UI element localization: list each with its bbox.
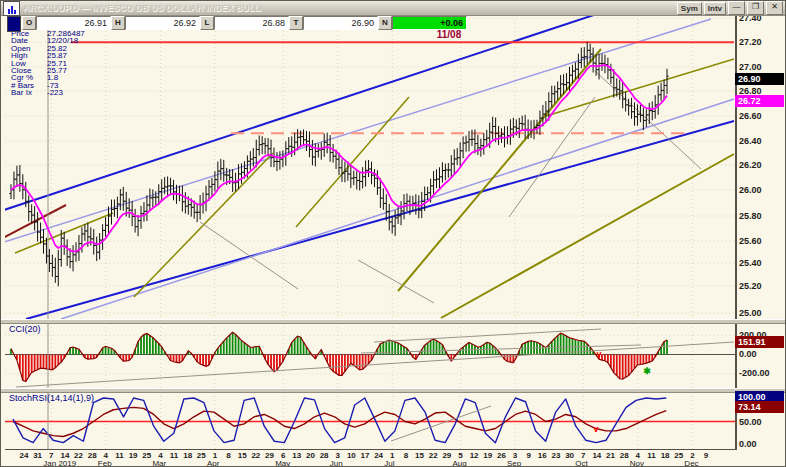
month-label: Nov	[630, 459, 644, 467]
measure-info-panel: Price27.286487Date12/20/18Open25.82High2…	[11, 30, 85, 97]
cci-marker: ✱	[643, 366, 651, 376]
symbol-color-chip	[7, 16, 21, 32]
chart-app-icon	[3, 1, 20, 16]
date-tick-label: 29	[265, 451, 274, 460]
date-tick-label: 23	[552, 451, 561, 460]
interval-button[interactable]: Intv	[704, 2, 726, 15]
month-label: Oct	[575, 459, 587, 467]
date-tick-label: 28	[620, 451, 629, 460]
price-chart[interactable]: 11/08	[5, 15, 735, 320]
date-tick-label: 19	[129, 451, 138, 460]
axis-tick-label: 25.80	[739, 211, 762, 221]
trendline	[5, 19, 711, 243]
axis-value-badge: 73.14	[735, 401, 784, 413]
window-title: ARCX:UUP,D — INVESCO DB US DOLLAR INDEX …	[23, 3, 262, 13]
trendline	[134, 153, 273, 297]
date-tick-label: 11	[115, 451, 123, 460]
quote-label-h: H	[111, 16, 125, 30]
date-tick-label: 16	[538, 451, 547, 460]
month-label: Mar	[152, 459, 166, 467]
date-tick-label: 19	[483, 451, 492, 460]
month-label: Feb	[98, 459, 112, 467]
panel-divider[interactable]	[1, 388, 786, 393]
month-label: Sep	[507, 459, 521, 467]
quote-value-h[interactable]: 26.92	[125, 16, 200, 30]
date-tick-label: 25	[674, 451, 683, 460]
date-tick-label: 22	[429, 451, 438, 460]
month-label: Apr	[207, 459, 219, 467]
trendline	[441, 154, 734, 318]
date-tick-label: 8	[226, 451, 230, 460]
date-tick-label: 25	[142, 451, 151, 460]
trendline	[358, 260, 434, 303]
date-tick-label: 8	[404, 451, 408, 460]
axis-tick-label: 26.60	[739, 111, 762, 121]
chart-window: ARCX:UUP,D — INVESCO DB US DOLLAR INDEX …	[0, 0, 786, 467]
axis-tick-label: 0.00	[739, 439, 757, 449]
minimize-button[interactable]: —	[728, 1, 745, 15]
axis-tick-label: -200.00	[739, 368, 770, 378]
date-tick-label: 11	[647, 451, 655, 460]
info-row: Bar Ix-223	[11, 89, 85, 96]
date-tick-label: 22	[251, 451, 260, 460]
axis-tick-label: 26.00	[739, 185, 762, 195]
quote-label-t: T	[289, 16, 303, 30]
date-tick-label: 15	[238, 451, 247, 460]
trendline	[391, 406, 491, 441]
price-axis[interactable]: 27.4027.2027.0026.8026.6026.4026.2026.00…	[737, 1, 786, 467]
axis-tick-label: 0.00	[739, 349, 757, 359]
date-tick-label: 18	[183, 451, 192, 460]
axis-tick-label: 26.20	[739, 160, 762, 170]
axis-tick-label: 25.00	[739, 308, 762, 318]
axis-tick-label: 25.20	[739, 281, 762, 291]
trendline	[5, 15, 621, 211]
month-label: Aug	[452, 459, 466, 467]
date-tick-label: 30	[565, 451, 574, 460]
quote-value-n[interactable]: +0.06	[392, 16, 467, 30]
month-label: Dec	[684, 459, 698, 467]
date-tick-label: 15	[415, 451, 424, 460]
date-tick-label: 14	[592, 451, 601, 460]
trendlines	[5, 15, 734, 319]
axis-tick-label: 25.40	[739, 258, 762, 268]
axis-value-badge: 151.91	[735, 336, 784, 348]
date-tick-label: 12	[470, 451, 479, 460]
panel-divider[interactable]	[1, 319, 786, 324]
date-tick-label: 24	[20, 451, 29, 460]
cci-panel[interactable]: v✱	[5, 323, 735, 389]
date-tick-label: 10	[347, 451, 356, 460]
close-button[interactable]: ✕	[766, 1, 783, 15]
date-tick-label: 26	[497, 451, 506, 460]
date-tick-label: 18	[661, 451, 670, 460]
month-label: May	[275, 459, 290, 467]
maximize-button[interactable]: ❐	[747, 1, 764, 15]
date-tick-label: 28	[88, 451, 97, 460]
month-label: Jun	[330, 459, 343, 467]
quote-value-l[interactable]: 26.88	[214, 16, 289, 30]
cci-marker: v	[596, 349, 601, 359]
date-tick-label: 31	[33, 451, 42, 460]
date-tick-label: 17	[361, 451, 370, 460]
axis-tick-label: 27.20	[739, 37, 762, 47]
quote-label-n: N	[378, 16, 392, 30]
quote-value-t[interactable]: 26.90	[303, 16, 378, 30]
quote-bar: O26.91H26.92L26.88T26.90N+0.06	[7, 16, 467, 30]
date-tick-label: 25	[197, 451, 206, 460]
price-bars	[9, 42, 668, 286]
symbol-button[interactable]: Sym	[677, 2, 702, 15]
date-tick-label: 24	[374, 451, 383, 460]
stoch-marker: v	[593, 424, 598, 434]
title-bar[interactable]: ARCX:UUP,D — INVESCO DB US DOLLAR INDEX …	[1, 1, 785, 16]
quote-label-l: L	[200, 16, 214, 30]
date-tick-label: 20	[306, 451, 315, 460]
stochrsi-label: StochRSI(14,14(1),9)	[9, 393, 94, 403]
stochrsi-panel[interactable]: v	[5, 392, 735, 449]
axis-tick-label: 26.40	[739, 136, 762, 146]
quote-value-o[interactable]: 26.91	[36, 16, 111, 30]
date-tick-label: 11	[170, 451, 178, 460]
month-label: Jul	[384, 459, 394, 467]
date-tick-label: 9	[526, 451, 530, 460]
axis-value-badge: 26.72	[735, 95, 784, 107]
cci-label: CCI(20)	[9, 324, 41, 334]
axis-tick-label: 25.60	[739, 236, 762, 246]
